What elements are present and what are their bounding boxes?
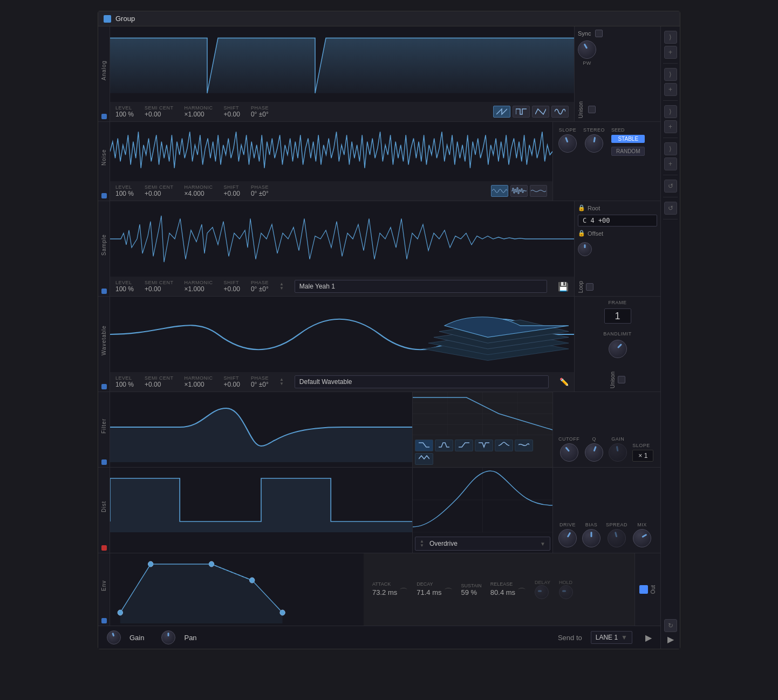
wavetable-enable-toggle[interactable] [101,384,107,389]
wt-phase-value[interactable]: 0° ±0° [251,381,269,388]
noise-enable-toggle[interactable] [101,193,107,198]
filter-q-knob[interactable] [585,443,603,462]
dist-type-arrows[interactable]: ▲▼ [420,539,424,548]
rail-forward-icon[interactable]: ▶ [667,634,674,644]
dist-enable-toggle[interactable] [101,545,107,551]
sample-right-panel: 🔒 Root C 4 +00 🔒 Offset Loop [574,201,660,296]
sample-loop-checkbox[interactable] [586,283,593,291]
noise-shape-wavy-btn[interactable] [491,185,508,197]
dist-bias-knob[interactable] [582,529,600,547]
filter-gain-knob[interactable] [609,443,627,462]
noise-semi-value[interactable]: +0.00 [145,190,174,197]
wt-bandlimit-knob[interactable] [609,340,627,358]
env-out-toggle[interactable] [639,585,648,594]
lane-select[interactable]: LANE 1 ▼ [591,631,632,644]
noise-seed-random-btn[interactable]: RANDOM [611,147,645,156]
noise-shape-digital-btn[interactable] [510,185,528,197]
noise-shift-value[interactable]: +0.00 [224,190,240,197]
sample-filename-display[interactable]: Male Yeah 1 [295,280,547,293]
analog-harmonic-value[interactable]: ×1.000 [185,111,213,118]
wt-harmonic-value[interactable]: ×1.000 [185,381,213,388]
wavetable-waveform-svg [110,297,574,372]
sample-shift-value[interactable]: +0.00 [224,285,240,293]
analog-level-value[interactable]: 100 % [115,111,134,118]
filter-type-allpass-btn[interactable] [515,440,533,451]
noise-seed-stable-btn[interactable]: STABLE [611,135,645,143]
dist-drive-knob[interactable] [558,529,577,547]
noise-add-btn[interactable]: + [664,83,677,96]
env-hold-knob[interactable] [559,585,573,599]
shape-triangle-btn[interactable] [532,106,549,118]
filter-slope-display[interactable]: × 1 [632,450,653,462]
pan-knob[interactable] [161,630,175,644]
wt-shift-value[interactable]: +0.00 [224,381,240,388]
wt-frame-display[interactable]: 1 [604,308,631,324]
analog-enable-toggle[interactable] [101,114,107,119]
analog-sync-checkbox[interactable] [595,30,603,37]
filter-type-notch-btn[interactable] [475,440,493,451]
env-delay-group: DELAY [535,580,550,599]
filter-q-knob-container: Q [585,436,603,462]
forward-icon[interactable]: ▶ [645,633,652,643]
analog-phase-label: PHASE [251,105,269,111]
wt-add-btn[interactable]: + [664,157,677,170]
filter-type-bandpass-btn[interactable] [435,440,453,451]
noise-stereo-knob[interactable] [585,134,603,153]
wt-file-arrows[interactable]: ▲▼ [279,378,284,386]
filter-enable-toggle[interactable] [101,459,107,465]
analog-add-btn[interactable]: + [664,46,677,59]
analog-phase-value[interactable]: 0° ±0° [251,111,269,118]
analog-connect-icon: ⟩ [664,31,677,44]
filter-type-lowpass-btn[interactable] [415,440,433,451]
dist-type-dropdown[interactable]: ▲▼ Overdrive ▼ [415,537,550,551]
env-decay-value[interactable]: 71.4 ms [417,588,441,596]
shape-square-btn[interactable] [513,106,530,118]
sample-enable-toggle[interactable] [101,289,107,294]
env-sustain-value[interactable]: 59 % [461,588,477,596]
noise-shape-smooth-btn[interactable] [530,185,547,197]
env-delay-knob[interactable] [535,585,549,599]
analog-phase-group: PHASE 0° ±0° [251,105,269,118]
env-release-value[interactable]: 80.4 ms [490,588,515,596]
wt-unison-checkbox[interactable] [618,376,625,383]
gain-knob[interactable] [107,630,121,644]
filter-type-comb-btn[interactable] [415,453,433,465]
wt-edit-icon[interactable]: ✏️ [559,378,569,386]
sample-phase-value[interactable]: 0° ±0° [251,285,269,293]
noise-semi-label: SEMI CENT [145,184,174,190]
env-attack-value[interactable]: 73.2 ms [372,588,397,596]
noise-level-value[interactable]: 100 % [115,190,134,197]
noise-phase-value[interactable]: 0° ±0° [251,190,269,197]
filter-undo-btn[interactable]: ↺ [664,180,677,193]
shape-sine-btn[interactable] [551,106,569,118]
sample-add-btn[interactable]: + [664,120,677,133]
sample-file-arrows[interactable]: ▲▼ [279,282,284,291]
shape-sawtooth-btn[interactable] [493,106,510,118]
filter-type-peq-btn[interactable] [495,440,513,451]
analog-unison-checkbox[interactable] [588,106,596,113]
dist-mix-knob[interactable] [633,529,651,547]
sample-offset-knob[interactable] [578,242,592,256]
wt-semi-value[interactable]: +0.00 [145,381,174,388]
lane-dropdown-arrow: ▼ [621,634,627,641]
analog-semi-value[interactable]: +0.00 [145,111,174,118]
dist-undo-btn[interactable]: ↺ [664,202,677,215]
sample-save-icon[interactable]: 💾 [558,282,569,292]
wt-semi-label: SEMI CENT [145,375,174,381]
env-enable-toggle[interactable] [101,618,107,623]
wt-level-value[interactable]: 100 % [115,381,134,388]
filter-cutoff-knob-container: Cutoff [558,436,579,462]
wt-filename-display[interactable]: Default Wavetable [295,375,549,388]
filter-type-highpass-btn[interactable] [455,440,473,451]
env-redo-btn[interactable]: ↻ [664,619,677,632]
sample-semi-value[interactable]: +0.00 [145,285,174,293]
sample-level-value[interactable]: 100 % [115,285,134,293]
dist-spread-knob[interactable] [608,529,626,547]
sample-root-value[interactable]: C 4 +00 [578,215,657,227]
noise-slope-knob[interactable] [558,134,577,153]
analog-shift-value[interactable]: +0.00 [224,111,240,118]
filter-cutoff-knob[interactable] [560,443,578,462]
sample-harmonic-value[interactable]: ×1.000 [185,285,213,293]
noise-harmonic-value[interactable]: ×4.000 [185,190,213,197]
analog-pw-knob[interactable] [578,40,596,59]
